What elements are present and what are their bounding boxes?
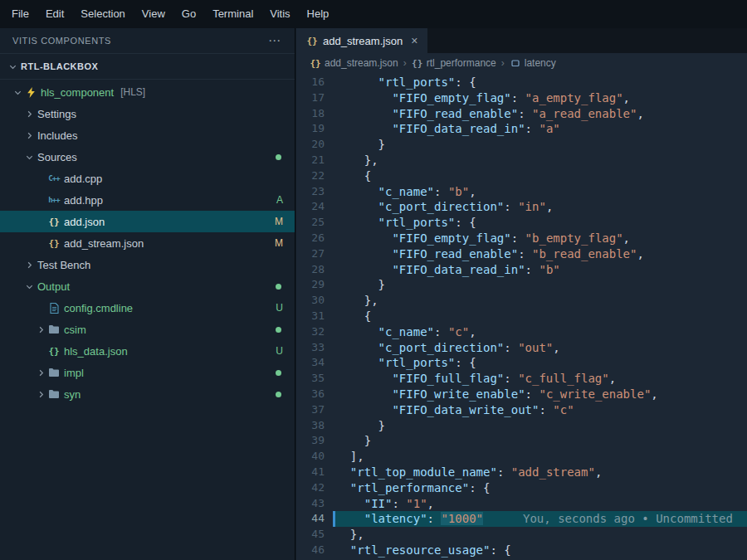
code-line-46[interactable]: 46 "rtl_resource_usage": { [296, 543, 747, 558]
code-line-20[interactable]: 20 } [296, 137, 747, 153]
chevron-right-icon [23, 110, 35, 119]
sidebar-panel-header: VITIS COMPONENTS ⋯ [0, 28, 295, 53]
menu-item-file[interactable]: File [3, 0, 37, 28]
file-tree: hls_component[HLS]SettingsIncludesSource… [0, 80, 295, 405]
tree-item-add-json[interactable]: {}add.jsonM [0, 211, 295, 232]
code-line-35[interactable]: 35 "FIFO_full_flag": "c_full_flag", [296, 371, 747, 387]
more-actions-button[interactable]: ⋯ [268, 33, 281, 48]
code-line-45[interactable]: 45 }, [296, 527, 747, 543]
code-line-42[interactable]: 42 "rtl_performance": { [296, 480, 747, 496]
tree-item-syn[interactable]: syn [0, 383, 295, 405]
menu-item-help[interactable]: Help [299, 0, 338, 28]
code-line-25[interactable]: 25 "rtl_ports": { [296, 215, 747, 231]
folder-icon [46, 389, 61, 399]
line-number: 41 [296, 465, 333, 480]
code-line-27[interactable]: 27 "FIFO_read_enable": "b_read_enable", [296, 246, 747, 262]
tree-item-label: Settings [37, 108, 76, 120]
tree-item-hls-component[interactable]: hls_component[HLS] [0, 81, 295, 103]
menu-item-view[interactable]: View [134, 0, 173, 28]
sidebar-title: VITIS COMPONENTS [12, 36, 111, 46]
chevron-down-icon [23, 282, 35, 291]
tree-item-label: add.json [64, 216, 105, 228]
line-number: 29 [296, 277, 333, 293]
line-number: 42 [296, 480, 333, 496]
line-number: 21 [296, 153, 333, 168]
code-line-29[interactable]: 29 } [296, 277, 747, 293]
code-line-content: }, [333, 527, 747, 543]
json-icon: {} [46, 238, 61, 249]
line-number: 31 [296, 309, 333, 324]
code-line-44[interactable]: 44 "latency": "1000"You, seconds ago • U… [296, 511, 747, 527]
code-line-26[interactable]: 26 "FIFO_empty_flag": "b_empty_flag", [296, 231, 747, 246]
close-icon[interactable]: × [411, 34, 417, 47]
line-number: 19 [296, 121, 333, 137]
tree-item-config-cmdline[interactable]: config.cmdlineU [0, 297, 295, 319]
code-line-19[interactable]: 19 "FIFO_data_read_in": "a" [296, 121, 747, 137]
code-line-38[interactable]: 38 } [296, 418, 747, 434]
tree-item-add-cpp[interactable]: C++add.cpp [0, 168, 295, 189]
tree-item-add-hpp[interactable]: h++add.hppA [0, 189, 295, 211]
code-line-39[interactable]: 39 } [296, 433, 747, 449]
menu-item-edit[interactable]: Edit [37, 0, 72, 28]
code-line-33[interactable]: 33 "c_port_direction": "out", [296, 340, 747, 356]
code-line-32[interactable]: 32 "c_name": "c", [296, 324, 747, 340]
tree-item-label: Includes [37, 129, 77, 142]
line-number: 28 [296, 262, 333, 278]
tree-item-includes[interactable]: Includes [0, 124, 295, 146]
code-line-content: "FIFO_data_read_in": "b" [333, 262, 747, 278]
menu-item-selection[interactable]: Selection [72, 0, 133, 28]
code-line-content: "FIFO_empty_flag": "a_empty_flag", [333, 90, 747, 106]
tree-item-output[interactable]: Output [0, 275, 295, 297]
breadcrumb-item-latency[interactable]: latency [510, 57, 556, 69]
breadcrumb-item-rtl-performance[interactable]: {}rtl_performance [412, 57, 496, 69]
git-badge-a: A [276, 194, 283, 206]
line-number: 33 [296, 340, 333, 356]
code-line-content: } [333, 137, 747, 153]
modified-dot [276, 370, 281, 376]
code-line-31[interactable]: 31 { [296, 309, 747, 324]
tree-item-impl[interactable]: impl [0, 362, 295, 383]
line-number: 22 [296, 168, 333, 184]
code-line-22[interactable]: 22 { [296, 168, 747, 184]
breadcrumb-item-add-stream-json[interactable]: {}add_stream.json [310, 57, 398, 69]
line-number: 37 [296, 402, 333, 418]
code-line-17[interactable]: 17 "FIFO_empty_flag": "a_empty_flag", [296, 90, 747, 106]
code-line-30[interactable]: 30 }, [296, 293, 747, 309]
code-line-43[interactable]: 43 "II": "1", [296, 496, 747, 512]
code-line-content: "rtl_ports": { [333, 355, 747, 371]
breadcrumb-separator: › [501, 57, 505, 69]
code-line-content: "c_name": "c", [333, 324, 747, 340]
code-line-24[interactable]: 24 "c_port_direction": "in", [296, 199, 747, 215]
tree-item-sources[interactable]: Sources [0, 146, 295, 168]
code-line-content: "latency": "1000"You, seconds ago • Unco… [333, 511, 747, 527]
hpp-icon: h++ [46, 196, 61, 204]
menu-item-terminal[interactable]: Terminal [204, 0, 261, 28]
tree-item-add-stream-json[interactable]: {}add_stream.jsonM [0, 232, 295, 254]
code-line-23[interactable]: 23 "c_name": "b", [296, 184, 747, 200]
code-line-40[interactable]: 40 ], [296, 449, 747, 465]
code-line-36[interactable]: 36 "FIFO_write_enable": "c_write_enable"… [296, 387, 747, 402]
tree-item-label: hls_component [41, 86, 114, 99]
code-line-16[interactable]: 16 "rtl_ports": { [296, 75, 747, 90]
tree-item-test-bench[interactable]: Test Bench [0, 254, 295, 275]
section-rtl-blackbox[interactable]: RTL-BLACKBOX [0, 53, 295, 80]
tree-item-settings[interactable]: Settings [0, 103, 295, 124]
git-badge-u: U [276, 302, 283, 314]
bolt-icon [23, 87, 38, 98]
code-line-content: { [333, 168, 747, 184]
menu-item-go[interactable]: Go [173, 0, 204, 28]
code-line-21[interactable]: 21 }, [296, 153, 747, 168]
code-line-37[interactable]: 37 "FIFO_data_write_out": "c" [296, 402, 747, 418]
line-number: 34 [296, 355, 333, 371]
code-area: 16 "rtl_ports": {17 "FIFO_empty_flag": "… [296, 73, 747, 560]
tree-item-csim[interactable]: csim [0, 319, 295, 340]
tab-add-stream-json[interactable]: {} add_stream.json × [296, 28, 427, 53]
code-line-28[interactable]: 28 "FIFO_data_read_in": "b" [296, 262, 747, 278]
code-line-18[interactable]: 18 "FIFO_read_enable": "a_read_enable", [296, 106, 747, 122]
code-line-34[interactable]: 34 "rtl_ports": { [296, 355, 747, 371]
modified-dot [276, 154, 281, 160]
line-number: 20 [296, 137, 333, 153]
code-line-41[interactable]: 41 "rtl_top_module_name": "add_stream", [296, 465, 747, 480]
menu-item-vitis[interactable]: Vitis [261, 0, 298, 28]
tree-item-hls-data-json[interactable]: {}hls_data.jsonU [0, 340, 295, 362]
